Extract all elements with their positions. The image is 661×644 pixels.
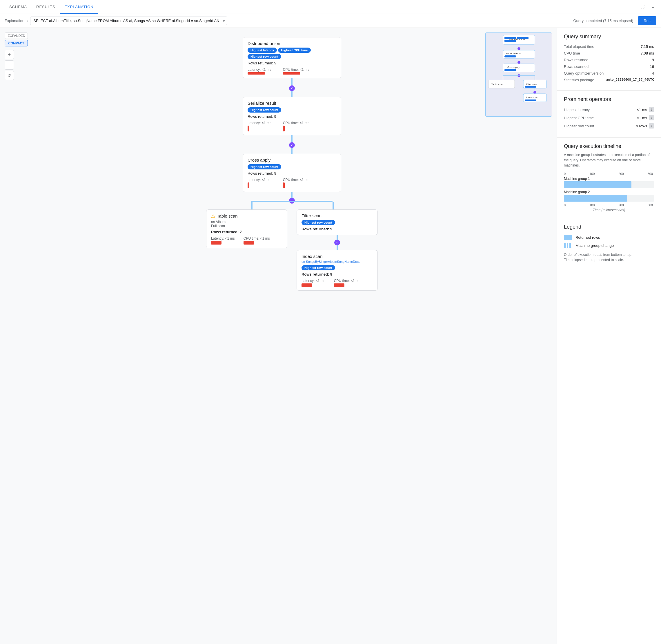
ca-latency-label: Latency: <1 ms xyxy=(247,178,272,182)
svg-text:Filter scan: Filter scan xyxy=(526,83,537,86)
ts-rows: Rows returned: 7 xyxy=(211,230,282,234)
qs-val-2: 9 xyxy=(652,58,654,62)
qs-key-5: Statistics package xyxy=(564,78,594,82)
svg-rect-9 xyxy=(504,55,516,58)
po-row-2: Highest row count 9 rows ⤴ xyxy=(564,123,654,129)
link-icon-2[interactable]: ⤴ xyxy=(649,123,654,129)
ca-rows: Rows returned: 9 xyxy=(247,171,336,176)
tab-explanation[interactable]: EXPLANATION xyxy=(60,0,98,14)
legend-swatch-0 xyxy=(564,235,572,240)
connector-node-1: ✓ xyxy=(289,85,295,91)
table-scan-card: ⚠ Table scan on Albums Full scan Rows re… xyxy=(206,209,287,248)
query-select-wrap[interactable]: SELECT al.AlbumTitle, so.SongName FROM A… xyxy=(30,17,227,25)
top-tabs-bar: SCHEMA RESULTS EXPLANATION ⛶ ⌄ xyxy=(0,0,661,14)
svg-rect-4 xyxy=(504,40,516,42)
mg1-bar-fill xyxy=(564,181,632,188)
qs-key-0: Total elapsed time xyxy=(564,44,594,49)
diagram-scroll[interactable]: Distributed union Highest latency Highes… xyxy=(0,28,557,644)
legend-label-0: Returned rows xyxy=(575,235,600,239)
qs-row-1: CPU time 7.08 ms xyxy=(564,51,654,55)
svg-text:Cross apply: Cross apply xyxy=(507,66,520,68)
po-val-0: <1 ms xyxy=(637,108,647,112)
qs-key-3: Rows scanned xyxy=(564,64,589,69)
zoom-in-btn[interactable]: + xyxy=(5,50,14,59)
qs-row-2: Rows returned 9 xyxy=(564,58,654,62)
qs-key-2: Rows returned xyxy=(564,58,589,62)
distributed-union-title: Distributed union xyxy=(247,41,336,46)
du-cpu-label: CPU time: <1 ms xyxy=(283,68,309,72)
conn-1: ✓ xyxy=(289,78,295,97)
tag-highest-row-ca: Highest row count xyxy=(247,164,281,169)
zoom-out-btn[interactable]: − xyxy=(5,60,14,70)
svg-rect-3 xyxy=(517,37,528,39)
x-axis-label: Time (microseconds) xyxy=(564,208,654,212)
ts-latency-label: Latency: <1 ms xyxy=(211,236,235,240)
po-row-1: Highest CPU time <1 ms ⤴ xyxy=(564,115,654,120)
du-latency-label: Latency: <1 ms xyxy=(247,68,272,72)
link-icon-1[interactable]: ⤴ xyxy=(649,115,654,120)
po-key-0: Highest latency xyxy=(564,108,637,112)
expand-icon[interactable]: ⌄ xyxy=(650,3,656,10)
timeline-bar-mg1: Machine group 1 xyxy=(564,177,654,188)
sr-latency-bar xyxy=(247,125,249,132)
query-select[interactable]: SELECT al.AlbumTitle, so.SongName FROM A… xyxy=(30,17,227,25)
sr-cpu-bar xyxy=(283,125,285,132)
fullscreen-icon[interactable]: ⛶ xyxy=(639,3,646,10)
timeline-title: Query execution timeline xyxy=(564,143,654,150)
po-key-1: Highest CPU time xyxy=(564,116,637,120)
prominent-ops-title: Prominent operators xyxy=(564,96,654,102)
timeline-axis-top: 0 100 200 300 xyxy=(564,172,654,176)
tab-results[interactable]: RESULTS xyxy=(31,0,60,14)
minimap: Distributed union Serialize result Cross… xyxy=(485,32,552,117)
link-icon-0[interactable]: ⤴ xyxy=(649,107,654,112)
qs-key-1: CPU time xyxy=(564,51,580,55)
legend-note-1: Order of execution reads from bottom to … xyxy=(564,253,654,257)
ts-cpu-label: CPU time: <1 ms xyxy=(243,236,270,240)
is-latency-bar xyxy=(302,283,312,287)
zoom-reset-btn[interactable]: ↺ xyxy=(5,71,14,80)
compact-btn[interactable]: COMPACT xyxy=(5,40,28,46)
ca-cpu-bar xyxy=(283,182,285,188)
sr-cpu-label: CPU time: <1 ms xyxy=(283,121,309,125)
connector-node-4: ✓ xyxy=(334,239,340,246)
svg-point-11 xyxy=(518,61,520,64)
du-rows: Rows returned: 9 xyxy=(247,61,336,65)
query-summary-section: Query summary Total elapsed time 7.15 ms… xyxy=(557,28,661,91)
run-button[interactable]: Run xyxy=(638,16,656,25)
svg-rect-2 xyxy=(504,37,516,39)
right-panel: Query summary Total elapsed time 7.15 ms… xyxy=(557,28,661,644)
connector-node-2: ✓ xyxy=(289,142,295,148)
svg-rect-29 xyxy=(525,99,536,101)
du-latency-bar xyxy=(247,72,265,74)
mg1-bar-bg xyxy=(564,181,654,188)
qs-row-5: Statistics package auto_20230608_17_57_4… xyxy=(564,78,654,82)
sr-title: Serialize result xyxy=(247,101,336,106)
breadcrumb-arrow: › xyxy=(27,19,28,23)
po-key-2: Highest row count xyxy=(564,124,636,128)
distributed-union-tags: Highest latency Highest CPU time Highest… xyxy=(247,48,336,59)
qs-val-1: 7.08 ms xyxy=(641,51,654,55)
expanded-btn[interactable]: EXPANDED xyxy=(5,32,28,39)
svg-rect-14 xyxy=(504,69,516,71)
qs-row-0: Total elapsed time 7.15 ms xyxy=(564,44,654,49)
is-title: Index scan xyxy=(302,254,373,259)
sr-rows: Rows returned: 9 xyxy=(247,114,336,119)
tab-schema[interactable]: SCHEMA xyxy=(5,0,31,14)
legend-item-0: Returned rows xyxy=(564,235,654,240)
legend-note-2: Time elapsed not represented to scale. xyxy=(564,258,654,262)
ca-title: Cross apply xyxy=(247,158,336,162)
timeline-description: A machine group illustrates the executio… xyxy=(564,152,654,168)
filter-index-col: Filter scan Highest row count Rows retur… xyxy=(297,209,378,291)
du-cpu-bar xyxy=(283,72,300,74)
fs-rows: Rows returned: 9 xyxy=(302,227,373,231)
tag-highest-cpu: Highest CPU time xyxy=(278,48,310,53)
breadcrumb-label: Explanation xyxy=(5,19,24,23)
ts-on: on Albums xyxy=(211,220,282,224)
legend-label-1: Machine group change xyxy=(575,244,614,248)
diagram-panel: EXPANDED COMPACT + − ↺ Distributed union xyxy=(0,28,557,644)
warning-icon: ⚠ xyxy=(211,213,215,219)
legend-swatch-1 xyxy=(564,243,572,248)
tag-highest-row-sr: Highest row count xyxy=(247,107,281,113)
tag-highest-row-du: Highest row count xyxy=(247,54,281,59)
qs-val-0: 7.15 ms xyxy=(641,44,654,49)
